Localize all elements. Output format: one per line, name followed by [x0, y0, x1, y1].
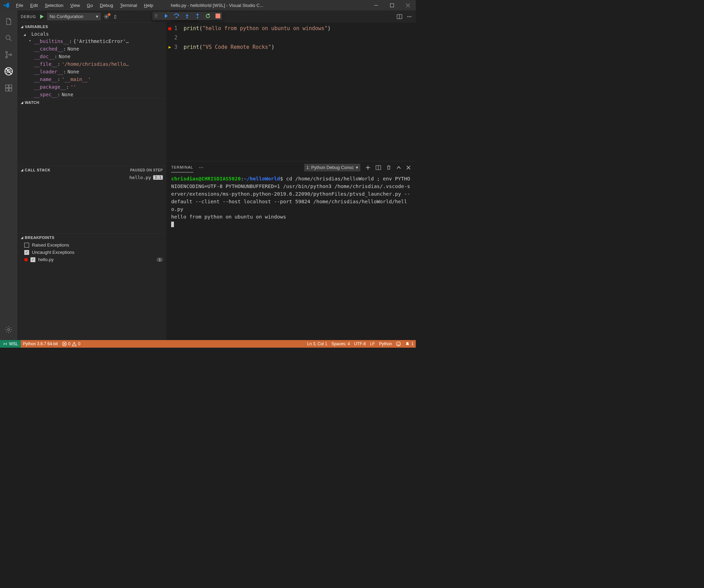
svg-point-20: [197, 17, 198, 18]
menu-help[interactable]: Help: [141, 1, 156, 9]
settings-gear-icon[interactable]: [0, 321, 17, 338]
terminal-user: chrisdias@CHRISDIAS5020: [171, 176, 241, 181]
menu-bar: File Edit Selection View Go Debug Termin…: [13, 1, 156, 9]
svg-point-12: [8, 329, 10, 331]
variable-row[interactable]: ▸__builtins__: {'ArithmeticError'…: [17, 37, 166, 45]
terminal-tab[interactable]: TERMINAL: [171, 162, 193, 172]
debug-config-select[interactable]: No Configuration ▾: [47, 13, 101, 20]
problems-indicator[interactable]: 0 0: [60, 340, 82, 348]
panel-overflow-button[interactable]: ⋯: [199, 165, 203, 170]
breakpoint-row[interactable]: Raised Exceptions: [17, 241, 166, 249]
debug-console-button[interactable]: ▯: [114, 14, 116, 19]
step-into-button[interactable]: [184, 13, 190, 19]
breakpoint-label: Raised Exceptions: [32, 242, 69, 248]
explorer-icon[interactable]: [0, 13, 17, 30]
notifications-icon[interactable]: 1: [403, 341, 416, 346]
breakpoint-row[interactable]: ✓hello.py1: [17, 256, 166, 263]
variable-row[interactable]: __package__: '': [17, 83, 166, 91]
source-control-icon[interactable]: [0, 46, 17, 63]
svg-point-4: [6, 56, 8, 58]
debug-header-label: DEBUG: [21, 15, 36, 19]
drag-handle-icon[interactable]: ⠿: [155, 14, 158, 19]
variable-row[interactable]: __name__: '__main__': [17, 75, 166, 83]
terminal-select[interactable]: 1: Python Debug Consc ▾: [304, 164, 360, 171]
remote-label: WSL: [9, 341, 18, 346]
new-terminal-button[interactable]: [365, 165, 371, 170]
python-interpreter[interactable]: Python 3.6.7 64-bit: [21, 340, 60, 348]
split-terminal-button[interactable]: [376, 165, 381, 170]
menu-file[interactable]: File: [13, 1, 26, 9]
svg-point-19: [186, 17, 188, 18]
breakpoint-row[interactable]: ✓Uncaught Exceptions: [17, 249, 166, 256]
menu-go[interactable]: Go: [84, 1, 96, 9]
debug-settings-button[interactable]: [104, 14, 109, 19]
watch-section-header[interactable]: ◢ WATCH: [17, 99, 166, 106]
extensions-icon[interactable]: [0, 80, 17, 96]
variable-row[interactable]: __spec__: None: [17, 91, 166, 98]
remote-indicator[interactable]: WSL: [0, 340, 21, 348]
variable-value: None: [68, 46, 79, 52]
chevron-down-icon: ◢: [24, 33, 27, 36]
code-editor[interactable]: 1print("hello from python on ubuntu on w…: [166, 23, 416, 161]
minimap[interactable]: [395, 23, 416, 161]
svg-rect-1: [390, 3, 394, 7]
chevron-down-icon: ◢: [21, 236, 24, 239]
variable-row[interactable]: __file__: '/home/chrisdias/hello…: [17, 60, 166, 68]
maximize-panel-button[interactable]: [396, 165, 401, 170]
menu-debug[interactable]: Debug: [97, 1, 116, 9]
checkbox[interactable]: ✓: [24, 250, 29, 255]
close-panel-button[interactable]: [406, 165, 411, 170]
svg-point-26: [398, 343, 398, 344]
watch-label: WATCH: [25, 100, 39, 105]
window-title: hello.py - helloWorld [WSL] - Visual Stu…: [171, 3, 264, 8]
code-line[interactable]: ▶3print("VS Code Remote Rocks"): [166, 43, 416, 52]
terminal-output[interactable]: chrisdias@CHRISDIAS5020:~/helloWorld$ cd…: [166, 173, 416, 340]
locals-scope[interactable]: ◢ Locals: [17, 30, 166, 37]
menu-view[interactable]: View: [68, 1, 83, 9]
svg-rect-10: [9, 88, 12, 91]
variable-row[interactable]: __doc__: None: [17, 53, 166, 60]
maximize-button[interactable]: [384, 0, 400, 10]
search-icon[interactable]: [0, 30, 17, 46]
variable-value: '__main__': [62, 77, 91, 82]
breakpoint-glyph-icon[interactable]: [168, 27, 171, 30]
cursor-position[interactable]: Ln 3, Col 1: [305, 341, 329, 346]
eol[interactable]: LF: [368, 341, 377, 346]
variables-section-header[interactable]: ◢ VARIABLES: [17, 23, 166, 30]
breakpoints-section-header[interactable]: ◢ BREAKPOINTS: [17, 234, 166, 241]
stop-button[interactable]: [215, 14, 220, 18]
svg-point-27: [399, 343, 400, 344]
variable-row[interactable]: __loader__: None: [17, 68, 166, 75]
variable-value: None: [68, 69, 79, 74]
callstack-row[interactable]: hello.py3:1: [17, 174, 166, 181]
checkbox[interactable]: [24, 243, 29, 248]
debug-toolbar[interactable]: ⠿: [152, 12, 222, 20]
callstack-section-header[interactable]: ◢ CALL STACK PAUSED ON STEP: [17, 166, 166, 174]
step-over-button[interactable]: [173, 13, 179, 19]
kill-terminal-button[interactable]: [386, 165, 391, 170]
svg-rect-11: [9, 85, 12, 88]
feedback-icon[interactable]: [394, 341, 403, 346]
debug-icon[interactable]: [0, 63, 17, 80]
code-line[interactable]: 1print("hello from python on ubuntu on w…: [166, 24, 416, 33]
menu-terminal[interactable]: Terminal: [117, 1, 140, 9]
restart-button[interactable]: [205, 13, 211, 19]
close-button[interactable]: [400, 0, 416, 10]
step-out-button[interactable]: [195, 13, 200, 19]
minimize-button[interactable]: [368, 0, 384, 10]
continue-button[interactable]: [163, 13, 168, 19]
more-actions-button[interactable]: ⋯: [407, 14, 412, 19]
checkbox[interactable]: ✓: [30, 257, 35, 262]
indentation[interactable]: Spaces: 4: [329, 341, 352, 346]
split-editor-button[interactable]: [397, 14, 402, 19]
breakpoint-dot-icon: [24, 258, 28, 261]
variable-row[interactable]: __cached__: None: [17, 45, 166, 53]
code-line[interactable]: 2: [166, 33, 416, 43]
line-number: 2: [173, 33, 184, 43]
language-mode[interactable]: Python: [377, 341, 394, 346]
svg-rect-0: [374, 5, 378, 6]
encoding[interactable]: UTF-8: [352, 341, 368, 346]
start-debug-button[interactable]: [39, 14, 44, 19]
menu-edit[interactable]: Edit: [27, 1, 41, 9]
menu-selection[interactable]: Selection: [42, 1, 66, 9]
